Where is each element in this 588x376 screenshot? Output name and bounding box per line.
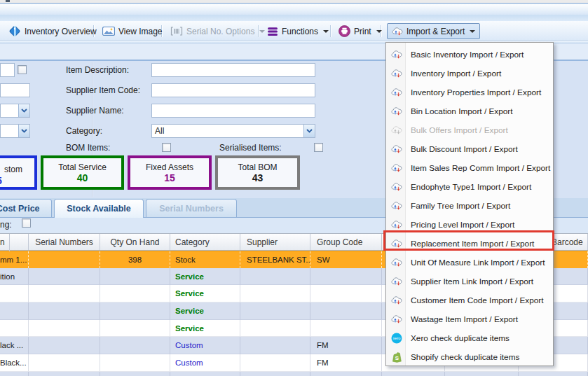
table-cell: Custom xyxy=(170,337,240,354)
summary-box-total-bom[interactable]: Total BOM43 xyxy=(215,155,300,190)
toolbar-button-print[interactable]: Print xyxy=(334,23,387,39)
bom-items-checkbox[interactable] xyxy=(162,143,171,152)
cloud-import-export-icon xyxy=(387,144,406,154)
table-cell: FM xyxy=(310,372,382,376)
menu-item-label: Pricing Level Import / Export xyxy=(406,220,514,230)
svg-text:xero: xero xyxy=(393,336,401,340)
toolbar-button-functions[interactable]: Functions xyxy=(262,23,334,39)
toolbar-button-view-image[interactable]: View Image xyxy=(97,23,167,39)
menu-item-item-sales-rep-comm-import-export[interactable]: Item Sales Rep Comm Import / Export xyxy=(387,158,552,177)
summary-box-total-service[interactable]: Total Service40 xyxy=(41,155,124,190)
menu-item-label: Item Sales Rep Comm Import / Export xyxy=(406,163,550,173)
menu-item-shopify-check-duplicate-items[interactable]: SShopify check duplicate items xyxy=(387,347,552,366)
column-header-qty-on-hand[interactable]: Qty On Hand xyxy=(100,234,170,250)
left-cut-checkbox[interactable] xyxy=(18,65,27,74)
menu-item-endophyte-type1-import-export[interactable]: Endophyte Type1 Import / Export xyxy=(387,177,552,196)
supplier-name-label: Supplier Name: xyxy=(66,106,124,116)
menu-item-wastage-item-import-export[interactable]: Wastage Item Import / Export xyxy=(387,309,552,328)
table-cell xyxy=(29,268,100,286)
tab-label: Serial Numbers xyxy=(159,204,224,214)
cell-text: STEELBANK ST... xyxy=(247,256,310,264)
supplier-item-code-label: Supplier Item Code: xyxy=(66,85,140,95)
cell-text: 398 xyxy=(128,256,142,264)
cell-text: Stock xyxy=(175,256,196,264)
tab-label: Stock Available xyxy=(67,204,130,214)
menu-item-inventory-import-export[interactable]: Inventory Import / Export xyxy=(387,64,552,83)
column-header-supplier[interactable]: Supplier xyxy=(240,234,310,250)
cloud-import-export-icon xyxy=(387,258,406,267)
menu-item-supplier-item-link-import-export[interactable]: Supplier Item Link Import / Export xyxy=(387,272,552,291)
menu-item-bin-location-import-export[interactable]: Bin Location Import / Export xyxy=(387,102,552,120)
tab-stock-available[interactable]: Stock Available xyxy=(54,199,144,218)
menu-item-basic-inventory-import-export[interactable]: Basic Inventory Import / Export xyxy=(387,45,552,64)
cloud-import-export-icon xyxy=(387,88,406,97)
serialised-items-checkbox[interactable] xyxy=(314,143,323,152)
toolbar-button-serial-no-options[interactable]: Serial No. Options xyxy=(165,23,270,39)
tab-r-cost-price[interactable]: r Cost Price xyxy=(0,199,52,217)
cell-text: Service xyxy=(175,272,204,281)
cloud-import-export-icon xyxy=(387,314,406,324)
menu-item-label: Family Tree Import / Export xyxy=(406,201,510,211)
svg-text:S: S xyxy=(395,354,399,361)
table-cell: Default xyxy=(382,372,445,376)
option-checkbox[interactable] xyxy=(22,218,31,228)
highlight-annotation xyxy=(383,230,554,251)
table-cell xyxy=(240,302,310,320)
cell-text: Custom xyxy=(175,341,203,349)
category-selected-value: All xyxy=(152,126,303,136)
left-cut-combo-2[interactable] xyxy=(0,124,30,138)
table-row[interactable]: BlackGCustomFMDefault01 xyxy=(0,372,588,376)
table-cell: 01 xyxy=(445,372,519,376)
tab-serial-numbers[interactable]: Serial Numbers xyxy=(146,199,237,217)
toolbar-button-inventory-overview[interactable]: Inventory Overview xyxy=(4,23,102,39)
category-select[interactable]: All xyxy=(151,124,315,138)
item-description-field[interactable] xyxy=(151,63,315,77)
toolbar-button-label: Serial No. Options xyxy=(186,27,254,36)
cell-text: lack ... xyxy=(0,341,23,349)
chevron-down-icon[interactable] xyxy=(18,125,29,137)
window-top-band xyxy=(0,0,588,4)
table-cell: Custom xyxy=(170,372,240,376)
table-cell: Service xyxy=(170,302,240,320)
summary-box-fixed-assets[interactable]: Fixed Assets15 xyxy=(128,155,212,190)
column-header-category[interactable]: Category xyxy=(170,234,240,250)
column-header-group-code[interactable]: Group Code xyxy=(310,234,382,250)
supplier-item-code-value xyxy=(152,86,154,96)
summary-box-stom[interactable]: stom5 xyxy=(0,155,37,190)
table-cell: SW xyxy=(310,251,382,268)
menu-item-family-tree-import-export[interactable]: Family Tree Import / Export xyxy=(387,196,552,215)
print-icon xyxy=(339,25,350,37)
cell-text: mm 1... xyxy=(0,256,27,264)
left-cut-input-2[interactable] xyxy=(0,83,30,97)
menu-item-label: Inventory Import / Export xyxy=(406,69,501,78)
table-cell xyxy=(29,337,100,354)
column-header-n[interactable]: n xyxy=(0,234,29,250)
menu-item-bulk-offers-import-export[interactable]: Bulk Offers Import / Export xyxy=(387,120,552,139)
tag-icon xyxy=(8,25,21,37)
table-cell: ition xyxy=(0,268,29,286)
menu-item-customer-item-code-import-export[interactable]: Customer Item Code Import / Export xyxy=(387,291,552,309)
menu-item-xero-check-duplicate-items[interactable]: xeroXero check duplicate items xyxy=(387,328,552,347)
toolbar-button-label: Import & Export xyxy=(406,27,465,36)
menu-item-unit-of-measure-link-import-export[interactable]: Unit Of Measure Link Import / Export xyxy=(387,253,552,272)
serialised-items-label: Serialised Items: xyxy=(219,143,282,153)
supplier-item-code-field[interactable] xyxy=(151,83,315,97)
table-cell: mm 1... xyxy=(0,251,29,268)
menu-item-bulk-discount-import-export[interactable]: Bulk Discount Import / Export xyxy=(387,139,552,158)
left-cut-input-1[interactable] xyxy=(0,63,15,77)
cloud-import-export-icon xyxy=(387,220,406,230)
supplier-name-field[interactable] xyxy=(151,104,315,118)
menu-item-label: Shopify check duplicate items xyxy=(406,352,519,362)
table-cell: FM xyxy=(310,337,382,354)
table-cell xyxy=(100,337,170,354)
column-header-serial-numbers[interactable]: Serial Numbers xyxy=(29,234,100,250)
chevron-down-icon[interactable] xyxy=(303,125,315,137)
header-sub-divider xyxy=(9,234,10,251)
table-cell xyxy=(29,302,100,320)
xero-icon: xero xyxy=(387,333,406,344)
chevron-down-icon[interactable] xyxy=(18,104,29,117)
table-cell xyxy=(100,302,170,320)
menu-item-inventory-properties-import-export[interactable]: Inventory Properties Import / Export xyxy=(387,83,552,102)
left-cut-combo-1[interactable] xyxy=(0,104,30,118)
toolbar-button-import-export[interactable]: Import & Export xyxy=(387,23,480,39)
